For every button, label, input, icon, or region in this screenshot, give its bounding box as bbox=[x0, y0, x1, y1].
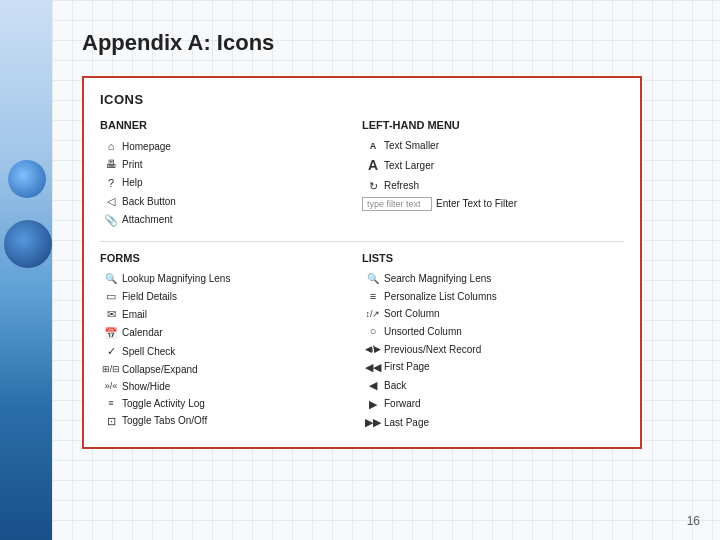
filter-row: type filter text Enter Text to Filter bbox=[362, 197, 624, 211]
toggle-tabs-icon: ⊡ bbox=[100, 414, 122, 429]
list-item: ? Help bbox=[100, 176, 362, 191]
text-larger-icon: A bbox=[362, 156, 384, 176]
unsorted-column-icon: ○ bbox=[362, 324, 384, 339]
refresh-label: Refresh bbox=[384, 179, 419, 193]
list-item: ≡ Personalize List Columns bbox=[362, 289, 624, 304]
list-item: ▭ Field Details bbox=[100, 289, 362, 304]
lookup-magnifying-lens-label: Lookup Magnifying Lens bbox=[122, 272, 230, 286]
back-icon: ◀ bbox=[362, 378, 384, 393]
card-title: ICONS bbox=[100, 92, 624, 107]
list-item: A Text Larger bbox=[362, 156, 624, 176]
toggle-activity-log-label: Toggle Activity Log bbox=[122, 397, 205, 411]
back-label: Back bbox=[384, 379, 406, 393]
filter-label: Enter Text to Filter bbox=[436, 198, 517, 209]
print-label: Print bbox=[122, 158, 143, 172]
main-content: Appendix A: Icons ICONS BANNER ⌂ Homepag… bbox=[52, 0, 720, 540]
list-item: ▶▶ Last Page bbox=[362, 415, 624, 430]
spell-check-label: Spell Check bbox=[122, 345, 175, 359]
list-item: A Text Smaller bbox=[362, 139, 624, 153]
filter-input-placeholder: type filter text bbox=[362, 197, 432, 211]
text-larger-label: Text Larger bbox=[384, 159, 434, 173]
list-item: ◀ Back bbox=[362, 378, 624, 393]
personalize-columns-label: Personalize List Columns bbox=[384, 290, 497, 304]
list-item: 🔍 Search Magnifying Lens bbox=[362, 272, 624, 286]
list-item: ◀/▶ Previous/Next Record bbox=[362, 343, 624, 357]
page-number: 16 bbox=[687, 514, 700, 528]
homepage-icon: ⌂ bbox=[100, 139, 122, 154]
text-smaller-icon: A bbox=[362, 140, 384, 153]
left-hand-menu-section: LEFT-HAND MENU A Text Smaller A Text Lar… bbox=[362, 119, 624, 231]
list-item: ○ Unsorted Column bbox=[362, 324, 624, 339]
page-title: Appendix A: Icons bbox=[82, 30, 690, 56]
section-divider bbox=[100, 241, 624, 242]
attachment-icon: 📎 bbox=[100, 213, 122, 228]
prev-next-record-label: Previous/Next Record bbox=[384, 343, 481, 357]
attachment-label: Attachment bbox=[122, 213, 173, 227]
refresh-icon: ↻ bbox=[362, 179, 384, 194]
sort-column-label: Sort Column bbox=[384, 307, 440, 321]
search-magnifying-lens-icon: 🔍 bbox=[362, 272, 384, 286]
bottom-sections-row: FORMS 🔍 Lookup Magnifying Lens ▭ Field D… bbox=[100, 252, 624, 433]
list-item: ↻ Refresh bbox=[362, 179, 624, 194]
email-icon: ✉ bbox=[100, 307, 122, 322]
show-hide-label: Show/Hide bbox=[122, 380, 170, 394]
toggle-tabs-label: Toggle Tabs On/Off bbox=[122, 414, 207, 428]
show-hide-icon: »/« bbox=[100, 380, 122, 393]
email-label: Email bbox=[122, 308, 147, 322]
collapse-expand-label: Collapse/Expand bbox=[122, 363, 198, 377]
list-item: 🔍 Lookup Magnifying Lens bbox=[100, 272, 362, 286]
list-item: ⌂ Homepage bbox=[100, 139, 362, 154]
lists-title: LISTS bbox=[362, 252, 624, 264]
toggle-activity-log-icon: ≡ bbox=[100, 397, 122, 410]
icons-card: ICONS BANNER ⌂ Homepage 🖶 Print ? Help bbox=[82, 76, 642, 449]
list-item: ⊡ Toggle Tabs On/Off bbox=[100, 414, 362, 429]
field-details-label: Field Details bbox=[122, 290, 177, 304]
list-item: ✉ Email bbox=[100, 307, 362, 322]
list-item: ✓ Spell Check bbox=[100, 344, 362, 359]
help-icon: ? bbox=[100, 176, 122, 191]
forms-section: FORMS 🔍 Lookup Magnifying Lens ▭ Field D… bbox=[100, 252, 362, 433]
decorative-circle-2 bbox=[4, 220, 52, 268]
print-icon: 🖶 bbox=[100, 157, 122, 172]
unsorted-column-label: Unsorted Column bbox=[384, 325, 462, 339]
forward-label: Forward bbox=[384, 397, 421, 411]
lists-section: LISTS 🔍 Search Magnifying Lens ≡ Persona… bbox=[362, 252, 624, 433]
first-page-label: First Page bbox=[384, 360, 430, 374]
forward-icon: ▶ bbox=[362, 397, 384, 412]
banner-section: BANNER ⌂ Homepage 🖶 Print ? Help ◁ Back … bbox=[100, 119, 362, 231]
list-item: 📅 Calendar bbox=[100, 326, 362, 341]
calendar-icon: 📅 bbox=[100, 326, 122, 341]
banner-title: BANNER bbox=[100, 119, 362, 131]
field-details-icon: ▭ bbox=[100, 289, 122, 304]
list-item: ⊞/⊟ Collapse/Expand bbox=[100, 363, 362, 377]
text-smaller-label: Text Smaller bbox=[384, 139, 439, 153]
last-page-label: Last Page bbox=[384, 416, 429, 430]
first-page-icon: ◀◀ bbox=[362, 360, 384, 375]
forms-title: FORMS bbox=[100, 252, 362, 264]
calendar-label: Calendar bbox=[122, 326, 163, 340]
left-hand-menu-title: LEFT-HAND MENU bbox=[362, 119, 624, 131]
list-item: »/« Show/Hide bbox=[100, 380, 362, 394]
last-page-icon: ▶▶ bbox=[362, 415, 384, 430]
back-button-label: Back Button bbox=[122, 195, 176, 209]
top-sections-row: BANNER ⌂ Homepage 🖶 Print ? Help ◁ Back … bbox=[100, 119, 624, 231]
left-decoration bbox=[0, 0, 52, 540]
list-item: 🖶 Print bbox=[100, 157, 362, 172]
personalize-columns-icon: ≡ bbox=[362, 289, 384, 304]
list-item: ▶ Forward bbox=[362, 397, 624, 412]
list-item: ◁ Back Button bbox=[100, 194, 362, 209]
help-label: Help bbox=[122, 176, 143, 190]
list-item: 📎 Attachment bbox=[100, 213, 362, 228]
collapse-expand-icon: ⊞/⊟ bbox=[100, 363, 122, 376]
sort-column-icon: ↕/↗ bbox=[362, 308, 384, 321]
search-magnifying-lens-label: Search Magnifying Lens bbox=[384, 272, 491, 286]
list-item: ≡ Toggle Activity Log bbox=[100, 397, 362, 411]
prev-next-record-icon: ◀/▶ bbox=[362, 343, 384, 356]
spell-check-icon: ✓ bbox=[100, 344, 122, 359]
list-item: ◀◀ First Page bbox=[362, 360, 624, 375]
list-item: ↕/↗ Sort Column bbox=[362, 307, 624, 321]
homepage-label: Homepage bbox=[122, 140, 171, 154]
lookup-magnifying-lens-icon: 🔍 bbox=[100, 272, 122, 286]
back-button-icon: ◁ bbox=[100, 194, 122, 209]
decorative-circle-1 bbox=[8, 160, 46, 198]
